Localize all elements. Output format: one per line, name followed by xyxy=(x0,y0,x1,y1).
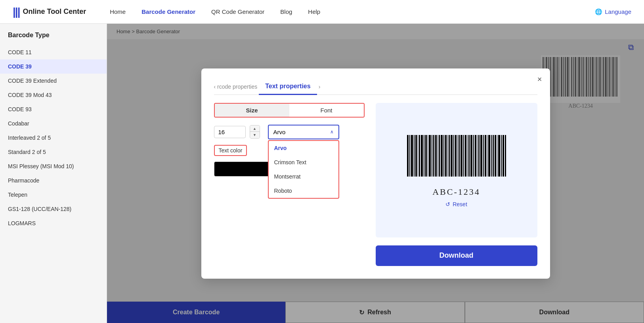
modal: × ‹ rcode properties Text properties › S… xyxy=(201,68,550,279)
modal-download-button[interactable]: Download xyxy=(376,245,537,266)
sidebar-item-interleaved[interactable]: Interleaved 2 of 5 xyxy=(0,131,107,145)
svg-rect-77 xyxy=(475,135,476,177)
globe-icon: 🌐 xyxy=(595,8,602,15)
svg-rect-78 xyxy=(477,135,478,177)
font-option-roboto[interactable]: Roboto xyxy=(269,184,338,198)
svg-rect-65 xyxy=(451,135,453,177)
size-input[interactable] xyxy=(214,126,246,138)
svg-rect-84 xyxy=(488,135,490,177)
svg-rect-51 xyxy=(424,135,424,177)
svg-rect-72 xyxy=(465,135,466,177)
svg-rect-76 xyxy=(473,135,474,177)
size-down-button[interactable]: ▼ xyxy=(250,132,260,138)
reset-label: Reset xyxy=(453,201,467,207)
barcode-svg-container: ABC-1234 xyxy=(405,133,508,197)
svg-rect-79 xyxy=(478,135,480,177)
size-up-button[interactable]: ▲ xyxy=(250,125,260,132)
svg-rect-53 xyxy=(428,135,428,177)
navbar: ||| Online Tool Center Home Barcode Gene… xyxy=(0,0,644,24)
font-option-montserrat[interactable]: Montserrat xyxy=(269,169,338,184)
nav-barcode-generator[interactable]: Barcode Generator xyxy=(141,8,195,15)
modal-prev-tab[interactable]: ‹ rcode properties xyxy=(214,84,258,90)
barcode-svg xyxy=(405,133,508,184)
svg-rect-80 xyxy=(480,135,482,177)
svg-rect-91 xyxy=(503,135,504,177)
sidebar-item-logmars[interactable]: LOGMARS xyxy=(0,216,107,230)
sidebar-item-standard2of5[interactable]: Standard 2 of 5 xyxy=(0,145,107,159)
content-area: Home > Barcode Generator xyxy=(107,24,644,323)
sidebar-item-msi[interactable]: MSI Plessey (MSI Mod 10) xyxy=(0,159,107,173)
reset-button[interactable]: ↺ Reset xyxy=(445,201,467,207)
logo[interactable]: ||| Online Tool Center xyxy=(13,6,86,18)
size-spinners: ▲ ▼ xyxy=(250,125,260,139)
modal-left-panel: Size Font ▲ ▼ xyxy=(214,103,365,266)
nav-qr-generator[interactable]: QR Code Generator xyxy=(211,8,264,15)
nav-help[interactable]: Help xyxy=(308,8,320,15)
svg-rect-46 xyxy=(414,135,415,177)
sidebar: Barcode Type CODE 11 CODE 39 CODE 39 Ext… xyxy=(0,24,107,323)
svg-rect-82 xyxy=(485,135,486,177)
sidebar-item-pharmacode[interactable]: Pharmacode xyxy=(0,173,107,188)
svg-rect-74 xyxy=(468,135,470,177)
svg-rect-85 xyxy=(491,135,492,177)
svg-rect-69 xyxy=(459,135,460,177)
svg-rect-44 xyxy=(409,135,410,177)
modal-close-button[interactable]: × xyxy=(537,75,542,84)
svg-rect-66 xyxy=(453,135,454,177)
svg-rect-56 xyxy=(433,135,434,177)
svg-rect-49 xyxy=(419,135,420,177)
svg-rect-81 xyxy=(483,135,484,177)
svg-rect-68 xyxy=(457,135,458,177)
svg-rect-90 xyxy=(501,135,502,177)
sidebar-item-code93[interactable]: CODE 93 xyxy=(0,102,107,116)
svg-rect-45 xyxy=(411,135,413,177)
size-font-row: ▲ ▼ Arvo ∧ Arvo xyxy=(214,125,365,139)
size-tab[interactable]: Size xyxy=(215,104,289,117)
sidebar-title: Barcode Type xyxy=(0,32,107,45)
svg-rect-47 xyxy=(415,135,417,177)
logo-text: Online Tool Center xyxy=(23,8,86,16)
language-label: Language xyxy=(605,8,631,15)
svg-rect-75 xyxy=(470,135,472,177)
svg-rect-92 xyxy=(505,135,506,177)
svg-rect-83 xyxy=(487,135,487,177)
main-layout: Barcode Type CODE 11 CODE 39 CODE 39 Ext… xyxy=(0,24,644,323)
font-dropdown-wrap: Arvo ∧ Arvo Crimson Text Montserrat Robo… xyxy=(268,125,339,139)
modal-overlay: × ‹ rcode properties Text properties › S… xyxy=(107,24,644,323)
language-selector[interactable]: 🌐 Language xyxy=(595,8,631,15)
barcode-label: ABC-1234 xyxy=(432,187,480,197)
modal-tab-text-properties[interactable]: Text properties xyxy=(259,80,317,95)
sidebar-item-code11[interactable]: CODE 11 xyxy=(0,45,107,59)
svg-rect-63 xyxy=(447,135,448,177)
modal-body: Size Font ▲ ▼ xyxy=(214,103,537,266)
svg-rect-50 xyxy=(421,135,423,177)
svg-rect-55 xyxy=(432,135,432,177)
svg-rect-89 xyxy=(498,135,500,177)
sidebar-item-code39mod43[interactable]: CODE 39 Mod 43 xyxy=(0,88,107,102)
font-selected-label: Arvo xyxy=(273,129,286,135)
svg-rect-48 xyxy=(418,135,418,177)
sidebar-item-telepen[interactable]: Telepen xyxy=(0,188,107,202)
font-option-arvo[interactable]: Arvo xyxy=(269,141,338,155)
chevron-down-icon: ∧ xyxy=(330,129,334,135)
svg-rect-87 xyxy=(495,135,496,177)
font-tab[interactable]: Font xyxy=(289,104,364,117)
svg-rect-67 xyxy=(455,135,457,177)
sidebar-item-gs1[interactable]: GS1-128 (UCC/EAN-128) xyxy=(0,202,107,216)
modal-next-tab-arrow[interactable]: › xyxy=(319,84,321,90)
nav-blog[interactable]: Blog xyxy=(280,8,292,15)
sidebar-item-code39[interactable]: CODE 39 xyxy=(0,59,107,74)
svg-rect-62 xyxy=(445,135,447,177)
font-option-crimson[interactable]: Crimson Text xyxy=(269,155,338,169)
svg-rect-60 xyxy=(441,135,443,177)
nav-home[interactable]: Home xyxy=(110,8,126,15)
svg-rect-86 xyxy=(493,135,494,177)
svg-rect-43 xyxy=(407,135,409,177)
svg-rect-71 xyxy=(463,135,464,177)
sidebar-item-codabar[interactable]: Codabar xyxy=(0,116,107,131)
barcode-preview: ABC-1234 ↺ Reset xyxy=(376,103,537,238)
font-dropdown[interactable]: Arvo ∧ xyxy=(268,125,339,139)
svg-rect-58 xyxy=(438,135,438,177)
sidebar-item-code39ext[interactable]: CODE 39 Extended xyxy=(0,74,107,88)
reset-icon: ↺ xyxy=(445,201,450,207)
